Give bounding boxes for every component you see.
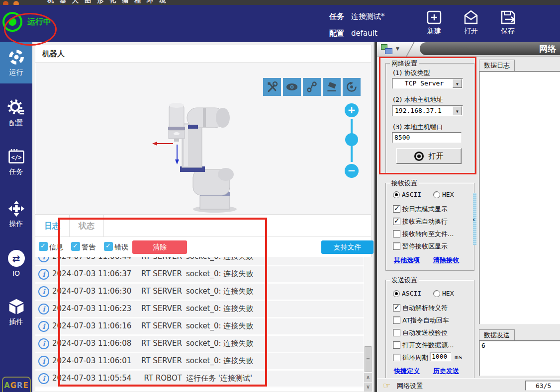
log-list[interactable]: 2024-07-03 11:06:44 RT SERVER socket_0: … <box>35 257 364 392</box>
robot-3d-view[interactable]: + − <box>36 63 371 214</box>
log-time: 2024-07-03 11:06:44 <box>52 257 131 261</box>
new-task-button[interactable]: 新建 <box>418 9 450 36</box>
log-source: RT SERVER <box>135 321 182 330</box>
send-file-source-checkbox[interactable] <box>393 341 400 349</box>
status-counter-text: 63/5 <box>536 382 551 390</box>
recv-to-file-label: 接收转向至文件... <box>402 230 454 238</box>
send-escape-checkbox[interactable] <box>393 304 400 312</box>
host-port-input[interactable]: 8500 <box>392 132 462 143</box>
filter-error-label: 错误 <box>114 243 128 252</box>
data-send-input[interactable]: 6 <box>479 340 560 376</box>
run-status-text: 运行中 <box>27 17 51 27</box>
quick-define-link[interactable]: 快捷定义 <box>394 367 420 376</box>
recv-to-file-checkbox[interactable] <box>393 230 400 237</box>
config-value: default <box>351 29 377 38</box>
tools-icon <box>266 81 278 93</box>
sidebar-item-plugin[interactable]: 插件 <box>0 297 32 326</box>
cycle-unit-label: ms <box>455 353 463 361</box>
robot-reset-view-button[interactable] <box>343 78 361 96</box>
clear-log-button[interactable]: 清除 <box>132 240 187 254</box>
filter-info-label: 信息 <box>49 243 63 252</box>
recv-newline-checkbox[interactable] <box>393 218 400 225</box>
dropdown-arrow-icon[interactable] <box>453 79 462 88</box>
protocol-type-select[interactable]: TCP Server <box>392 78 463 89</box>
svg-text:</>: </> <box>11 154 21 161</box>
network-settings-group: 网络设置 (1) 协议类型 TCP Server (2) 本地主机地址 192.… <box>385 63 474 174</box>
filter-info-checkbox[interactable] <box>39 242 48 251</box>
clear-receive-link[interactable]: 清除接收 <box>433 256 459 265</box>
zoom-in-button[interactable]: + <box>345 103 359 117</box>
data-log-area[interactable] <box>479 71 560 324</box>
recv-hex-label: HEX <box>442 191 454 198</box>
log-message: socket_0: 连接失败 <box>186 269 253 279</box>
sidebar-item-operate[interactable]: 操作 <box>0 199 32 229</box>
network-connection-icon[interactable] <box>381 44 393 54</box>
support-file-button[interactable]: 支持文件 <box>321 240 373 254</box>
sidebar-label-plugin: 插件 <box>0 317 32 326</box>
log-message: socket_0: 连接失败 <box>186 339 253 348</box>
network-tool-panel: ▼ 网络 网络设置 (1) 协议类型 TCP Server (2) 本地主机地址… <box>377 42 560 392</box>
scroll-up-button[interactable]: ∧ <box>364 373 372 382</box>
panel-splitter[interactable]: ‹ <box>473 193 476 245</box>
robot-tools-button[interactable] <box>263 78 281 96</box>
cube-icon <box>0 297 32 316</box>
filter-warning-checkbox[interactable] <box>71 242 80 251</box>
dropdown-arrow-icon[interactable] <box>453 106 462 115</box>
send-checksum-checkbox[interactable] <box>393 329 400 336</box>
log-source: RT ROBOT <box>135 374 182 383</box>
tab-data-send[interactable]: 数据发送 <box>479 329 515 341</box>
recv-ascii-radio[interactable] <box>393 191 400 198</box>
open-file-icon <box>455 9 487 25</box>
run-status-dot <box>8 18 16 26</box>
robot-arm-image <box>140 95 260 214</box>
send-cycle-label: 循环周期 <box>402 353 428 362</box>
open-connection-button[interactable]: 打开 <box>396 148 462 164</box>
sidebar-item-io[interactable]: ⇄ IO <box>0 248 32 277</box>
run-icon <box>0 47 32 67</box>
robot-clear-button[interactable] <box>323 78 341 96</box>
cycle-period-input[interactable]: 1000 <box>430 352 452 362</box>
sidebar-item-run[interactable]: 运行 <box>0 42 32 83</box>
filter-error-checkbox[interactable] <box>104 242 113 251</box>
host-address-select[interactable]: 192.168.37.1 <box>392 105 463 116</box>
info-icon <box>38 304 49 314</box>
recv-pause-checkbox[interactable] <box>393 242 400 250</box>
collapse-left-icon: ‹ <box>472 216 475 223</box>
chevron-down-icon[interactable]: ▼ <box>396 46 399 51</box>
log-scrollbar[interactable]: ∧ ∨ <box>364 257 372 392</box>
task-row: 任务连接测试* <box>329 12 385 21</box>
log-message: socket_0: 连接失败 <box>186 356 253 366</box>
recv-log-mode-checkbox[interactable] <box>393 205 400 213</box>
save-task-button[interactable]: 保存 <box>492 9 524 36</box>
window-control-dot[interactable] <box>3 1 8 5</box>
history-send-link[interactable]: 历史发送 <box>433 367 459 376</box>
log-source: RT SERVER <box>135 339 182 348</box>
log-message: socket_0: 连接失败 <box>186 287 253 296</box>
zoom-slider-handle[interactable] <box>345 133 358 146</box>
scroll-down-button[interactable]: ∨ <box>364 383 372 392</box>
robot-visibility-button[interactable] <box>283 78 301 96</box>
log-message: socket_0: 连接失败 <box>186 321 253 331</box>
send-hex-radio[interactable] <box>433 290 440 297</box>
send-at-cr-checkbox[interactable] <box>393 316 400 324</box>
zoom-out-button[interactable]: − <box>345 164 359 178</box>
open-task-button[interactable]: 打开 <box>455 9 487 36</box>
reset-view-icon <box>346 81 358 93</box>
sidebar-label-io: IO <box>0 269 32 277</box>
send-ascii-radio[interactable] <box>393 290 400 297</box>
log-scrollbar-thumb[interactable] <box>365 346 372 372</box>
tab-data-log[interactable]: 数据日志 <box>479 60 515 72</box>
info-icon <box>38 373 49 384</box>
send-cycle-checkbox[interactable] <box>393 354 400 361</box>
recv-hex-radio[interactable] <box>433 191 440 198</box>
new-task-label: 新建 <box>418 27 450 36</box>
sidebar-item-config[interactable]: 配置 <box>0 98 32 128</box>
host-address-label: (2) 本地主机地址 <box>393 95 443 104</box>
tab-log[interactable]: 日志 <box>35 215 70 236</box>
other-options-link[interactable]: 其他选项 <box>394 256 420 265</box>
sidebar-item-task[interactable]: </> 任务 <box>0 147 32 176</box>
receive-settings-group: 接收设置 ASCII HEX 按日志模式显示 接收完自动换行 接收转向至文件..… <box>385 183 474 271</box>
network-status-bar: ☞ 网络设置 63/5 <box>377 378 560 392</box>
tab-status[interactable]: 状态 <box>70 215 104 236</box>
robot-trace-button[interactable] <box>303 78 321 96</box>
